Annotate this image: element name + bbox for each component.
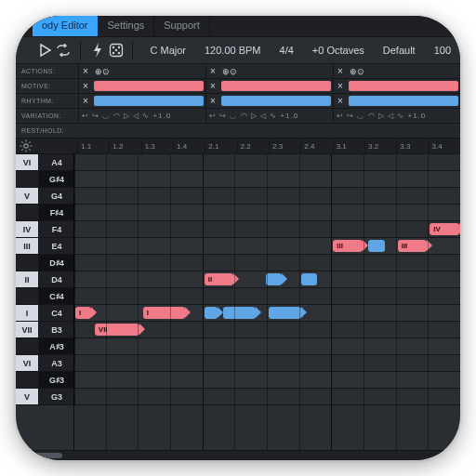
- close-icon[interactable]: ×: [334, 81, 347, 91]
- variation-controls[interactable]: ↩ ↪ ◡ ◠ ▷ ◁ ∿ +1.0: [79, 112, 205, 120]
- note-lane[interactable]: [75, 154, 460, 170]
- piano-key-cell[interactable]: B3: [39, 322, 75, 337]
- timesig-field[interactable]: 4/4: [271, 45, 303, 56]
- close-icon[interactable]: ×: [206, 96, 219, 106]
- scale-degree-cell[interactable]: V: [16, 389, 39, 404]
- rhythm-strip[interactable]: [221, 96, 331, 106]
- note-lane[interactable]: [75, 255, 460, 271]
- segment-header[interactable]: ×: [78, 94, 205, 108]
- piano-key-cell[interactable]: D4: [39, 271, 75, 287]
- midi-note[interactable]: IV: [430, 223, 458, 235]
- scale-degree-cell[interactable]: [16, 255, 39, 271]
- midi-note[interactable]: [301, 273, 317, 285]
- piano-row[interactable]: F♯4: [16, 205, 460, 221]
- segment-header[interactable]: ↩ ↪ ◡ ◠ ▷ ◁ ∿ +1.0: [205, 109, 333, 123]
- rhythm-strip[interactable]: [94, 96, 204, 106]
- preset-selector[interactable]: Default: [374, 45, 425, 56]
- midi-note[interactable]: [266, 273, 282, 285]
- piano-key-cell[interactable]: F4: [39, 221, 75, 237]
- variation-controls[interactable]: ↩ ↪ ◡ ◠ ▷ ◁ ∿ +1.0: [206, 112, 333, 120]
- close-icon[interactable]: ×: [334, 66, 347, 76]
- piano-row[interactable]: C♯4: [16, 288, 460, 305]
- scale-degree-cell[interactable]: II: [16, 271, 39, 287]
- midi-note[interactable]: [205, 307, 218, 319]
- note-lane[interactable]: IV: [75, 221, 460, 237]
- piano-key-cell[interactable]: G♯3: [39, 372, 75, 388]
- close-icon[interactable]: ×: [79, 81, 92, 91]
- piano-row[interactable]: VIA4: [16, 154, 460, 171]
- midi-note[interactable]: III: [398, 240, 427, 252]
- piano-row[interactable]: VG4: [16, 188, 460, 205]
- scale-degree-cell[interactable]: [16, 372, 39, 388]
- scale-degree-cell[interactable]: VI: [16, 355, 39, 371]
- note-lane[interactable]: [75, 188, 460, 204]
- gear-icon[interactable]: [20, 139, 33, 152]
- segment-header[interactable]: ×⊕⊙: [205, 64, 333, 78]
- note-lane[interactable]: IIIIII: [75, 238, 460, 254]
- length-field[interactable]: 100: [425, 45, 460, 56]
- segment-header[interactable]: ×: [333, 79, 460, 93]
- scale-degree-cell[interactable]: [16, 338, 39, 354]
- segment-header[interactable]: ↩ ↪ ◡ ◠ ▷ ◁ ∿ +1.0: [78, 109, 205, 123]
- scale-degree-cell[interactable]: VI: [16, 154, 39, 170]
- tab-melody-editor[interactable]: ody Editor: [33, 16, 99, 36]
- loop-button[interactable]: [55, 41, 73, 60]
- midi-note[interactable]: VII: [95, 324, 140, 336]
- midi-note[interactable]: [368, 240, 384, 252]
- note-lane[interactable]: [75, 205, 460, 220]
- bpm-field[interactable]: 120.00 BPM: [195, 45, 271, 56]
- piano-row[interactable]: VIA3: [16, 355, 460, 372]
- piano-key-cell[interactable]: E4: [39, 238, 75, 254]
- close-icon[interactable]: ×: [206, 81, 219, 91]
- midi-note[interactable]: I: [143, 307, 185, 319]
- segment-header[interactable]: ×: [78, 79, 205, 93]
- tab-settings[interactable]: Settings: [99, 16, 155, 36]
- midi-note[interactable]: III: [333, 240, 362, 252]
- segment-controls[interactable]: ⊕⊙: [92, 67, 112, 76]
- motive-strip[interactable]: [221, 81, 331, 91]
- piano-key-cell[interactable]: D♯4: [39, 255, 75, 271]
- motive-strip[interactable]: [94, 81, 204, 91]
- segment-controls[interactable]: ⊕⊙: [219, 67, 240, 76]
- segment-header[interactable]: ×⊕⊙: [78, 64, 205, 78]
- key-selector[interactable]: C Major: [140, 45, 195, 56]
- play-button[interactable]: [36, 41, 55, 60]
- piano-key-cell[interactable]: G4: [39, 188, 75, 204]
- close-icon[interactable]: ×: [334, 96, 347, 106]
- piano-row[interactable]: VIIB3VII: [16, 322, 460, 338]
- piano-key-cell[interactable]: A3: [39, 355, 75, 371]
- close-icon[interactable]: ×: [79, 66, 92, 76]
- variation-controls[interactable]: ↩ ↪ ◡ ◠ ▷ ◁ ∿ +1.0: [334, 112, 460, 120]
- piano-key-cell[interactable]: A♯3: [39, 338, 75, 354]
- motive-strip[interactable]: [349, 81, 458, 91]
- piano-key-cell[interactable]: G3: [39, 389, 75, 404]
- scale-degree-cell[interactable]: [16, 205, 39, 220]
- note-lane[interactable]: [75, 338, 460, 354]
- segment-header[interactable]: ×: [205, 79, 333, 93]
- piano-key-cell[interactable]: F♯4: [39, 205, 75, 220]
- note-lane[interactable]: [75, 389, 460, 404]
- piano-row[interactable]: D♯4: [16, 255, 460, 271]
- midi-note[interactable]: [223, 307, 256, 319]
- piano-key-cell[interactable]: C♯4: [39, 288, 75, 304]
- piano-row[interactable]: G♯3: [16, 372, 460, 389]
- midi-note[interactable]: [269, 307, 301, 319]
- scale-degree-cell[interactable]: [16, 288, 39, 304]
- scale-degree-cell[interactable]: V: [16, 188, 39, 204]
- time-ruler[interactable]: 1.11.21.31.42.12.22.32.43.13.23.33.4: [16, 139, 460, 154]
- segment-header[interactable]: ×: [333, 94, 460, 108]
- horizontal-scrollbar[interactable]: [16, 450, 460, 460]
- dice-button[interactable]: [107, 41, 126, 60]
- tab-support[interactable]: Support: [154, 16, 210, 36]
- piano-roll-grid[interactable]: VIA4G♯4VG4F♯4IVF4IVIIIE4IIIIIID♯4IID4IIC…: [16, 154, 460, 458]
- octave-field[interactable]: +0 Octaves: [303, 45, 374, 56]
- piano-row[interactable]: VG3: [16, 389, 460, 405]
- segment-header[interactable]: ×: [205, 94, 333, 108]
- note-lane[interactable]: [75, 171, 460, 187]
- segment-controls[interactable]: ⊕⊙: [347, 67, 367, 76]
- segment-header[interactable]: ×⊕⊙: [333, 64, 460, 78]
- scale-degree-cell[interactable]: I: [16, 305, 39, 321]
- note-lane[interactable]: [75, 355, 460, 371]
- piano-row[interactable]: IIIE4IIIIII: [16, 238, 460, 255]
- piano-key-cell[interactable]: G♯4: [39, 171, 75, 187]
